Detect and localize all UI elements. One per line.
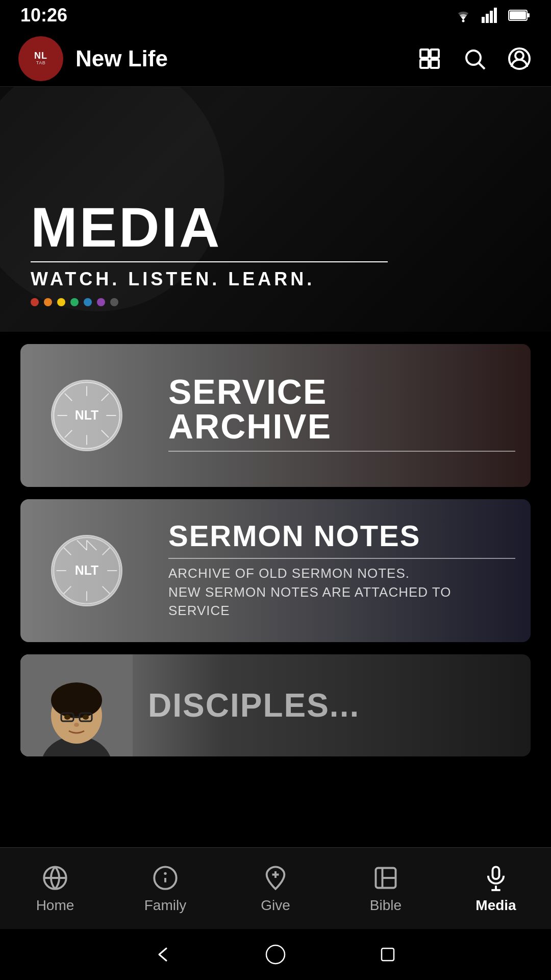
app-logo[interactable]: NL TAB (18, 36, 63, 81)
recent-icon (377, 943, 399, 966)
svg-rect-8 (420, 50, 429, 58)
profile-icon (507, 46, 532, 71)
nlt-logo: NLT (51, 380, 122, 451)
hero-subtitle: WATCH. LISTEN. LEARN. (31, 268, 388, 290)
svg-point-47 (74, 723, 79, 727)
svg-point-0 (462, 20, 465, 22)
dot-3 (57, 298, 65, 306)
app-title: New Life (76, 46, 168, 71)
svg-rect-1 (482, 17, 485, 23)
svg-text:NLT: NLT (75, 563, 99, 577)
card-archive-title: SERVICEARCHIVE (168, 374, 515, 444)
sermon-notes-card[interactable]: NLT SERMON NOTES ARCHIVE OF OLD SERMON N… (20, 499, 531, 642)
partial-card-text: DISCIPLES... (133, 677, 531, 734)
nav-give-label: Give (261, 897, 290, 914)
dot-2 (44, 298, 52, 306)
svg-rect-11 (431, 60, 439, 68)
android-home-button[interactable] (260, 939, 291, 970)
hero-content: MEDIA WATCH. LISTEN. LEARN. (31, 199, 388, 306)
nav-bible[interactable]: Bible (331, 848, 441, 929)
status-time: 10:26 (20, 5, 67, 26)
bible-icon (372, 865, 399, 891)
chat-icon (417, 46, 442, 71)
svg-rect-7 (510, 11, 526, 19)
svg-rect-60 (382, 948, 394, 961)
svg-rect-2 (486, 14, 489, 23)
svg-rect-4 (494, 8, 497, 23)
cards-container: NLT SERVICEARCHIVE (0, 332, 551, 925)
logo-tab: TAB (34, 61, 47, 66)
header-actions (416, 45, 533, 72)
card-text-area-2: SERMON NOTES ARCHIVE OF OLD SERMON NOTES… (153, 509, 531, 632)
hero-banner[interactable]: MEDIA WATCH. LISTEN. LEARN. (0, 87, 551, 332)
svg-point-59 (266, 945, 285, 964)
android-back-button[interactable] (148, 939, 179, 970)
globe-icon (42, 865, 68, 891)
nav-media[interactable]: Media (441, 848, 551, 929)
card-sermon-title: SERMON NOTES (168, 521, 515, 551)
svg-point-46 (83, 715, 89, 720)
dot-6 (97, 298, 105, 306)
nlt-rays-svg-2: NLT (53, 535, 121, 606)
chat-button[interactable] (416, 45, 443, 72)
bible-icon-wrapper (371, 864, 400, 892)
info-icon (152, 865, 179, 891)
card-logo-area: NLT (20, 344, 153, 487)
family-icon-wrapper (151, 864, 180, 892)
person-image (20, 654, 133, 756)
home-circle-icon (264, 943, 287, 966)
svg-line-13 (479, 63, 485, 69)
svg-point-41 (51, 682, 102, 718)
signal-icon (482, 8, 500, 23)
partial-card[interactable]: DISCIPLES... (20, 654, 531, 756)
nav-home-label: Home (36, 897, 74, 914)
dot-4 (70, 298, 79, 306)
partial-card-title: DISCIPLES... (148, 689, 515, 722)
card-divider-2 (168, 558, 515, 559)
profile-button[interactable] (506, 45, 533, 72)
search-button[interactable] (461, 45, 488, 72)
nav-home[interactable]: Home (0, 848, 110, 929)
app-header: NL TAB New Life (0, 31, 551, 87)
bottom-nav: Home Family Give (0, 847, 551, 929)
hero-title: MEDIA (31, 199, 388, 255)
hero-dots (31, 298, 388, 306)
android-recent-button[interactable] (372, 939, 403, 970)
nav-give[interactable]: Give (220, 848, 331, 929)
person-svg (20, 654, 133, 756)
card-text-area: SERVICEARCHIVE (153, 362, 531, 469)
nav-media-label: Media (475, 897, 516, 914)
svg-point-45 (64, 715, 70, 720)
nav-family-label: Family (144, 897, 186, 914)
service-archive-card[interactable]: NLT SERVICEARCHIVE (20, 344, 531, 487)
search-icon (462, 46, 487, 71)
nlt-logo-2: NLT (51, 535, 122, 606)
give-icon-wrapper (261, 864, 290, 892)
nav-bible-label: Bible (370, 897, 402, 914)
home-icon-wrapper (41, 864, 69, 892)
svg-point-15 (515, 52, 523, 60)
card-logo-area-2: NLT (20, 499, 153, 642)
back-icon (152, 943, 174, 966)
dot-7 (110, 298, 118, 306)
logo-nl: NL (34, 51, 47, 61)
status-bar: 10:26 (0, 0, 551, 31)
battery-icon (508, 8, 531, 22)
svg-point-12 (466, 51, 481, 65)
hero-divider (31, 261, 388, 262)
svg-rect-56 (493, 867, 499, 879)
card-sermon-subtitle: ARCHIVE OF OLD SERMON NOTES. NEW SERMON … (168, 564, 515, 620)
status-icons (453, 8, 531, 23)
dot-5 (84, 298, 92, 306)
svg-rect-10 (420, 60, 429, 68)
mic-icon (483, 865, 509, 891)
header-left: NL TAB New Life (18, 36, 168, 81)
svg-rect-9 (431, 50, 439, 58)
svg-text:NLT: NLT (75, 408, 99, 422)
nav-family[interactable]: Family (110, 848, 220, 929)
dot-1 (31, 298, 39, 306)
svg-rect-3 (490, 11, 493, 23)
android-nav-bar (0, 929, 551, 980)
card-divider (168, 451, 515, 452)
media-icon-wrapper (482, 864, 510, 892)
